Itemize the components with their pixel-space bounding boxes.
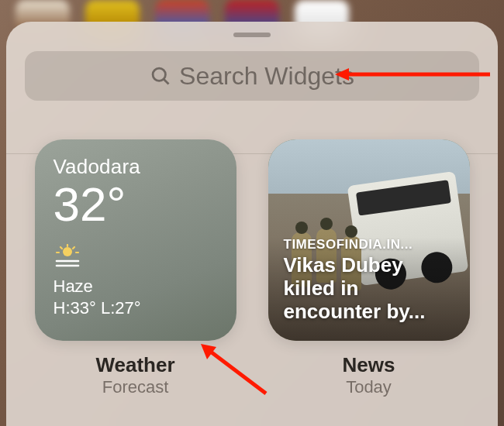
search-placeholder: Search Widgets xyxy=(179,62,354,91)
weather-widget-card[interactable]: Vadodara 32° xyxy=(35,139,236,341)
search-icon xyxy=(150,65,171,87)
weather-title: Weather xyxy=(95,353,174,377)
search-input[interactable]: Search Widgets xyxy=(25,51,479,101)
widgets-row: Vadodara 32° xyxy=(25,139,479,397)
weather-high-low: H:33° L:27° xyxy=(54,298,218,318)
sheet-grabber[interactable] xyxy=(233,33,271,37)
news-widget-card[interactable]: TIMESOFINDIA.IN... Vikas Dubey killed in… xyxy=(268,139,470,341)
news-source: TIMESOFINDIA.IN... xyxy=(284,237,454,253)
news-widget-block[interactable]: TIMESOFINDIA.IN... Vikas Dubey killed in… xyxy=(263,139,475,397)
weather-subtitle: Forecast xyxy=(102,377,169,397)
news-title: News xyxy=(343,353,395,377)
svg-point-0 xyxy=(153,68,165,81)
weather-temperature: 32° xyxy=(54,180,218,228)
weather-widget-block[interactable]: Vadodara 32° xyxy=(29,139,241,397)
svg-line-5 xyxy=(73,247,74,249)
news-headline: Vikas Dubey killed in encounter by... xyxy=(284,254,454,324)
weather-location: Vadodara xyxy=(54,155,218,179)
svg-line-1 xyxy=(164,80,169,84)
weather-condition: Haze xyxy=(54,277,218,297)
haze-icon xyxy=(54,244,218,273)
news-subtitle: Today xyxy=(346,377,392,397)
svg-point-2 xyxy=(63,247,72,256)
widget-gallery-sheet: Search Widgets Vadodara 32° xyxy=(6,22,498,426)
svg-line-4 xyxy=(60,247,62,249)
